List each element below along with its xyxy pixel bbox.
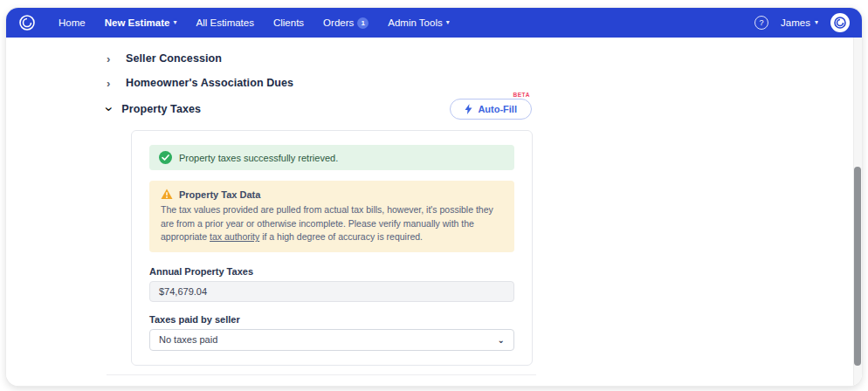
- check-circle-icon: [159, 151, 172, 164]
- auto-fill-label: Auto-Fill: [478, 104, 517, 114]
- section-seller-concession[interactable]: › Seller Concession: [107, 46, 548, 71]
- annual-property-taxes-input[interactable]: [149, 281, 514, 302]
- nav-item-home[interactable]: Home: [59, 17, 86, 28]
- section-title: Seller Concession: [126, 52, 222, 65]
- nav-item-orders[interactable]: Orders 1: [323, 17, 369, 29]
- section-property-taxes-header: › Property Taxes BETA Auto-Fill: [107, 95, 532, 123]
- nav-item-label: All Estimates: [196, 17, 253, 28]
- nav-item-new-estimate[interactable]: New Estimate ▾: [105, 17, 177, 28]
- section-title: Other Seller Expenses & Credits: [126, 385, 296, 386]
- nav-item-all-estimates[interactable]: All Estimates: [196, 17, 253, 28]
- nav-item-label: Home: [59, 17, 86, 28]
- auto-fill-button[interactable]: Auto-Fill: [450, 99, 532, 120]
- bolt-icon: [465, 104, 472, 114]
- chevron-down-icon: ▾: [815, 19, 818, 26]
- user-name: James: [781, 17, 810, 28]
- warning-text-post: if a high degree of accuracy is required…: [259, 231, 423, 242]
- nav-item-admin-tools[interactable]: Admin Tools ▾: [388, 17, 449, 28]
- nav-item-label: Admin Tools: [388, 17, 442, 28]
- autofill-wrap: BETA Auto-Fill: [450, 99, 532, 120]
- annual-property-taxes-label: Annual Property Taxes: [149, 266, 514, 277]
- beta-badge: BETA: [513, 92, 530, 98]
- chevron-right-icon: ›: [107, 52, 115, 65]
- tax-authority-link[interactable]: tax authority: [210, 231, 259, 242]
- chevron-down-icon: ▾: [173, 19, 176, 26]
- section-property-taxes-toggle[interactable]: › Property Taxes: [107, 101, 201, 117]
- nav-item-clients[interactable]: Clients: [273, 17, 304, 28]
- section-title: Property Taxes: [121, 103, 201, 115]
- section-other-seller-expenses[interactable]: › Other Seller Expenses & Credits: [107, 374, 536, 386]
- success-alert: Property taxes successfully retrieved.: [149, 145, 514, 170]
- warning-triangle-icon: [161, 189, 173, 200]
- nav-right-group: ? James ▾: [754, 13, 850, 32]
- app-window: Home New Estimate ▾ All Estimates Client…: [6, 8, 862, 386]
- scrollbar-thumb[interactable]: [854, 167, 861, 366]
- chevron-down-icon: ▾: [446, 19, 450, 26]
- user-menu[interactable]: James ▾: [781, 17, 818, 28]
- nav-item-label: Clients: [273, 17, 304, 28]
- company-avatar[interactable]: [830, 13, 850, 32]
- warning-alert: Property Tax Data The tax values provide…: [149, 181, 514, 252]
- warning-title: Property Tax Data: [179, 189, 260, 200]
- selected-option: No taxes paid: [159, 334, 217, 345]
- taxes-paid-by-seller-select[interactable]: No taxes paid ⌄: [149, 329, 514, 351]
- taxes-paid-by-seller-label: Taxes paid by seller: [149, 314, 514, 325]
- scrollbar-track[interactable]: [853, 38, 862, 386]
- help-glyph: ?: [760, 18, 764, 27]
- warning-body: The tax values provided are pulled from …: [161, 203, 503, 244]
- nav-item-label: New Estimate: [105, 17, 170, 28]
- property-taxes-panel: Property taxes successfully retrieved. P…: [131, 130, 533, 366]
- chevron-right-icon: ›: [107, 77, 115, 90]
- nav-item-label: Orders: [323, 17, 354, 28]
- help-icon[interactable]: ?: [754, 16, 768, 30]
- avatar-logo-icon: [833, 16, 847, 30]
- chevron-down-icon: ⌄: [498, 335, 505, 345]
- section-hoa-dues[interactable]: › Homeowner's Association Dues: [107, 71, 548, 95]
- success-alert-text: Property taxes successfully retrieved.: [179, 153, 338, 163]
- top-nav: Home New Estimate ▾ All Estimates Client…: [6, 8, 862, 38]
- chevron-down-icon: ›: [101, 106, 117, 111]
- orders-count-badge: 1: [357, 17, 369, 29]
- chevron-right-icon: ›: [107, 385, 115, 386]
- section-title: Homeowner's Association Dues: [126, 77, 293, 89]
- brand-logo-icon[interactable]: [18, 14, 36, 31]
- main-content: › Seller Concession › Homeowner's Associ…: [6, 38, 862, 386]
